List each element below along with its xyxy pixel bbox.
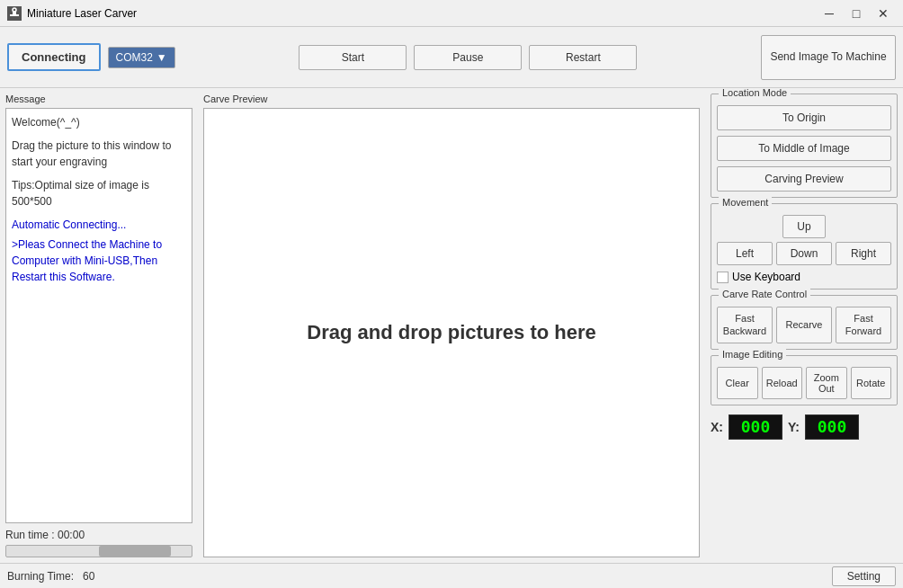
movement-label: Movement	[719, 197, 772, 208]
x-label: X:	[711, 420, 723, 434]
svg-point-2	[13, 8, 16, 12]
movement-group: Movement Up Left Down Right Use Keyboard	[711, 203, 898, 290]
message-box: Welcome(^_^) Drag the picture to this wi…	[5, 108, 192, 523]
carve-rate-buttons: FastBackward Recarve FastForward	[717, 307, 891, 343]
com-port-label: COM32	[116, 51, 153, 64]
coordinates-row: X: Y:	[711, 411, 898, 443]
y-label: Y:	[788, 420, 800, 434]
main-content: Message Welcome(^_^) Drag the picture to…	[0, 88, 903, 563]
left-button[interactable]: Left	[717, 242, 773, 265]
x-input[interactable]	[729, 414, 782, 440]
zoom-out-button[interactable]: Zoom Out	[806, 367, 847, 399]
setting-button[interactable]: Setting	[832, 566, 896, 586]
carving-preview-button[interactable]: Carving Preview	[717, 166, 891, 192]
carve-preview-panel: Carve Preview Drag and drop pictures to …	[198, 88, 705, 563]
app-title: Miniature Laser Carver	[27, 7, 817, 20]
rotate-button[interactable]: Rotate	[851, 367, 892, 399]
preview-drop-zone[interactable]: Drag and drop pictures to here	[203, 108, 700, 557]
restart-button[interactable]: Restart	[529, 45, 637, 70]
down-button[interactable]: Down	[776, 242, 832, 265]
message-panel-label: Message	[5, 94, 192, 104]
to-middle-button[interactable]: To Middle of Image	[717, 136, 891, 161]
connecting-button[interactable]: Connecting	[7, 43, 101, 71]
drop-text: Drag and drop pictures to here	[307, 321, 596, 344]
use-keyboard-label: Use Keyboard	[732, 271, 800, 283]
message-line-4: Automatic Connecting...	[12, 217, 186, 233]
title-bar: Miniature Laser Carver ─ □ ✕	[0, 0, 903, 27]
maximize-button[interactable]: □	[844, 4, 869, 23]
pause-button[interactable]: Pause	[414, 45, 522, 70]
burning-time-value: 60	[83, 570, 94, 583]
bottom-bar: Burning Time: 60 Setting	[0, 563, 903, 588]
up-button[interactable]: Up	[782, 215, 826, 238]
clear-button[interactable]: Clear	[717, 367, 758, 399]
burning-time-label: Burning Time:	[7, 570, 74, 583]
start-button[interactable]: Start	[299, 45, 407, 70]
app-icon	[7, 6, 22, 21]
message-line-2: Drag the picture to this window to start…	[12, 138, 186, 170]
scrollbar-thumb[interactable]	[99, 546, 171, 557]
com-dropdown-icon: ▼	[156, 51, 167, 64]
right-button[interactable]: Right	[836, 242, 891, 265]
fast-backward-button[interactable]: FastBackward	[717, 307, 773, 343]
carve-rate-group: Carve Rate Control FastBackward Recarve …	[711, 295, 898, 350]
message-panel: Message Welcome(^_^) Drag the picture to…	[0, 88, 198, 563]
keyboard-row: Use Keyboard	[717, 271, 891, 283]
window-controls: ─ □ ✕	[817, 4, 896, 23]
image-editing-buttons: Clear Reload Zoom Out Rotate	[717, 367, 891, 399]
svg-rect-0	[10, 14, 19, 16]
send-image-button[interactable]: Send Image To Machine	[761, 35, 896, 80]
to-origin-button[interactable]: To Origin	[717, 105, 891, 130]
minimize-button[interactable]: ─	[817, 4, 842, 23]
message-line-5: >Pleas Connect the Machine to Computer w…	[12, 236, 186, 285]
close-button[interactable]: ✕	[871, 4, 896, 23]
runtime-display: Run time : 00:00	[5, 529, 192, 541]
carve-preview-label: Carve Preview	[203, 94, 700, 104]
message-line-3: Tips:Optimal size of image is 500*500	[12, 177, 186, 209]
image-editing-label: Image Editing	[719, 349, 786, 360]
message-line-1: Welcome(^_^)	[12, 114, 186, 130]
carve-rate-label: Carve Rate Control	[719, 289, 810, 299]
reload-button[interactable]: Reload	[762, 367, 803, 399]
fast-forward-button[interactable]: FastForward	[836, 307, 891, 343]
horizontal-scrollbar[interactable]	[5, 545, 192, 557]
y-input[interactable]	[805, 414, 859, 440]
toolbar: Connecting COM32 ▼ Start Pause Restart S…	[0, 27, 903, 88]
com-port-selector[interactable]: COM32 ▼	[108, 47, 175, 68]
location-mode-label: Location Mode	[719, 88, 791, 98]
right-panel: Location Mode To Origin To Middle of Ima…	[705, 88, 903, 563]
location-mode-group: Location Mode To Origin To Middle of Ima…	[711, 94, 898, 198]
use-keyboard-checkbox[interactable]	[717, 272, 729, 283]
recarve-button[interactable]: Recarve	[776, 307, 832, 343]
image-editing-group: Image Editing Clear Reload Zoom Out Rota…	[711, 355, 898, 405]
location-mode-content: To Origin To Middle of Image Carving Pre…	[717, 105, 891, 192]
